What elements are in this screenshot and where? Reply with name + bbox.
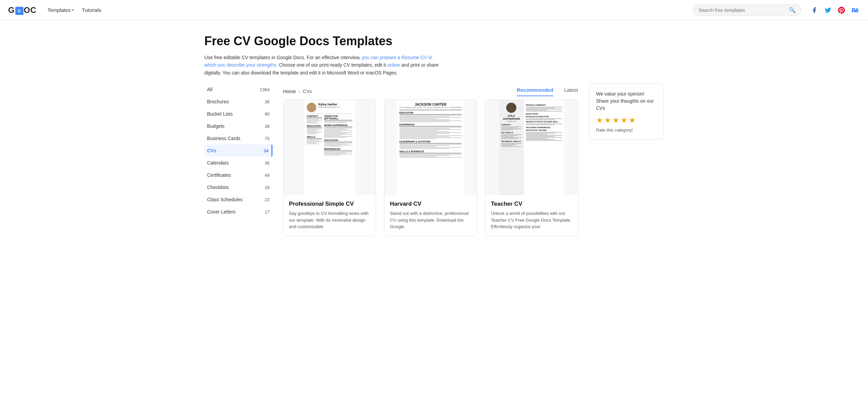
breadcrumb-separator: ›: [299, 89, 300, 94]
sidebar-item-certificates-count: 49: [265, 173, 269, 178]
social-icons: [810, 5, 860, 15]
sidebar-item-business-cards-label: Business Cards: [207, 136, 241, 141]
template-desc-3: Unlock a world of possibilities with our…: [491, 210, 572, 230]
sidebar-item-bucket-lists[interactable]: Bucket Lists 90: [205, 108, 272, 120]
cv1-photo: [307, 103, 316, 112]
sidebar-item-business-cards[interactable]: Business Cards 75: [205, 132, 272, 144]
sidebar-list: All 1364 Brochures 36 Bucket Lists 90 Bu…: [205, 83, 272, 218]
sidebar-item-cover-letters-label: Cover Letters: [207, 209, 236, 215]
behance-icon[interactable]: [850, 5, 860, 15]
facebook-icon[interactable]: [810, 5, 819, 15]
sidebar-item-calendars-count: 36: [265, 160, 269, 166]
nav-tutorials-label: Tutorials: [82, 7, 101, 13]
pinterest-icon[interactable]: [837, 5, 846, 15]
breadcrumb: Home › CVs: [283, 83, 312, 100]
template-grid: Ryley Harber Professional Simple CV CONT…: [283, 100, 578, 236]
sidebar-item-cover-letters-count: 17: [265, 209, 269, 215]
sidebar-item-cvs-label: CVs: [207, 148, 216, 153]
site-logo[interactable]: G≡OC: [8, 5, 37, 15]
sidebar-item-cvs[interactable]: CVs 34: [205, 144, 272, 157]
sidebar: All 1364 Brochures 36 Bucket Lists 90 Bu…: [205, 83, 272, 236]
template-thumbnail-2: JACKSON CARTER 123 Cambridge Street, Lon…: [385, 100, 477, 195]
hero-section: Free CV Google Docs Templates Use free e…: [196, 20, 672, 83]
template-thumbnail-1: Ryley Harber Professional Simple CV CONT…: [284, 100, 376, 195]
template-info-3: Teacher CV Unlock a world of possibiliti…: [485, 195, 578, 236]
hero-description: Use free editable CV templates in Google…: [205, 54, 442, 76]
rating-label: Rate this category!: [596, 127, 657, 133]
breadcrumb-home[interactable]: Home: [283, 89, 296, 94]
main-content: All 1364 Brochures 36 Bucket Lists 90 Bu…: [196, 83, 672, 250]
template-name-2: Harvard CV: [390, 201, 471, 207]
template-card-2[interactable]: JACKSON CARTER 123 Cambridge Street, Lon…: [384, 100, 477, 236]
sidebar-item-calendars-label: Calendars: [207, 160, 229, 166]
sidebar-item-brochures-label: Brochures: [207, 99, 229, 104]
sidebar-item-all-label: All: [207, 87, 213, 92]
sort-tab-recommended[interactable]: Recommended: [517, 87, 553, 96]
sort-tab-latest[interactable]: Latest: [564, 87, 578, 96]
template-card-3[interactable]: ZOLA AUFDERHAR Teacher CV CONTACT KEY SK…: [485, 100, 578, 236]
sidebar-item-certificates-label: Certificates: [207, 172, 231, 178]
cv1-role: Professional Simple CV: [318, 106, 340, 108]
cv1-name: Ryley Harber: [318, 103, 340, 106]
nav-templates-label: Templates: [48, 7, 71, 13]
cv3-preview: ZOLA AUFDERHAR Teacher CV CONTACT KEY SK…: [499, 100, 564, 195]
template-info-1: Professional Simple CV Say goodbye to CV…: [284, 195, 376, 236]
star-4[interactable]: ★: [621, 116, 627, 125]
sidebar-item-certificates[interactable]: Certificates 49: [205, 169, 272, 181]
sort-tabs: Recommended Latest: [517, 87, 578, 96]
sidebar-item-checklists-count: 28: [265, 185, 269, 190]
sidebar-item-bucket-lists-label: Bucket Lists: [207, 111, 233, 117]
sidebar-item-budgets-count: 39: [265, 124, 269, 129]
chevron-down-icon: ▾: [72, 8, 74, 12]
sidebar-item-checklists-label: Checklists: [207, 185, 229, 190]
content-area: Home › CVs Recommended Latest Ryley H: [283, 83, 578, 236]
cv3-photo: [506, 103, 516, 113]
hero-link-2[interactable]: online: [387, 62, 400, 68]
sidebar-item-all[interactable]: All 1364: [205, 83, 272, 96]
cv1-preview: Ryley Harber Professional Simple CV CONT…: [304, 100, 355, 195]
sidebar-item-brochures[interactable]: Brochures 36: [205, 96, 272, 108]
sidebar-item-cvs-count: 34: [264, 148, 268, 153]
template-name-3: Teacher CV: [491, 201, 572, 207]
rating-box: We value your opinion! Share your though…: [589, 83, 664, 140]
template-desc-1: Say goodbye to CV formatting woes with o…: [289, 210, 370, 230]
sidebar-item-calendars[interactable]: Calendars 36: [205, 157, 272, 169]
sidebar-item-bucket-lists-count: 90: [265, 112, 269, 117]
logo-box: ≡: [15, 7, 23, 15]
nav-templates[interactable]: Templates ▾: [48, 7, 74, 13]
nav-tutorials[interactable]: Tutorials: [82, 7, 101, 13]
template-card-1[interactable]: Ryley Harber Professional Simple CV CONT…: [283, 100, 376, 236]
sidebar-item-budgets[interactable]: Budgets 39: [205, 120, 272, 132]
page-title: Free CV Google Docs Templates: [205, 34, 664, 48]
main-nav: Templates ▾ Tutorials: [48, 7, 101, 13]
search-input[interactable]: [698, 7, 789, 13]
twitter-icon[interactable]: [823, 5, 833, 15]
sidebar-item-cover-letters[interactable]: Cover Letters 17: [205, 206, 272, 218]
sidebar-item-class-schedules[interactable]: Class Schedules 22: [205, 193, 272, 206]
rating-text: We value your opinion! Share your though…: [596, 90, 657, 112]
sidebar-right: We value your opinion! Share your though…: [589, 83, 664, 236]
star-3[interactable]: ★: [613, 116, 619, 125]
sidebar-item-class-schedules-label: Class Schedules: [207, 197, 243, 202]
search-container: 🔍: [693, 4, 801, 16]
search-icon[interactable]: 🔍: [789, 7, 796, 13]
template-name-1: Professional Simple CV: [289, 201, 370, 207]
stars: ★ ★ ★ ★ ★: [596, 116, 657, 125]
sidebar-item-budgets-label: Budgets: [207, 123, 225, 129]
template-thumbnail-3: ZOLA AUFDERHAR Teacher CV CONTACT KEY SK…: [485, 100, 578, 195]
star-2[interactable]: ★: [604, 116, 611, 125]
template-desc-2: Stand out with a distinctive, profession…: [390, 210, 471, 230]
logo-text: G≡OC: [8, 5, 37, 15]
star-5[interactable]: ★: [629, 116, 636, 125]
sidebar-item-business-cards-count: 75: [265, 136, 269, 141]
sidebar-item-class-schedules-count: 22: [265, 197, 269, 202]
star-1[interactable]: ★: [596, 116, 603, 125]
breadcrumb-current: CVs: [303, 89, 312, 94]
cv2-preview: JACKSON CARTER 123 Cambridge Street, Lon…: [397, 100, 465, 195]
sidebar-item-all-count: 1364: [260, 87, 270, 92]
sidebar-item-checklists[interactable]: Checklists 28: [205, 181, 272, 193]
sidebar-item-brochures-count: 36: [265, 99, 269, 104]
template-info-2: Harvard CV Stand out with a distinctive,…: [385, 195, 477, 236]
breadcrumb-row: Home › CVs Recommended Latest: [283, 83, 578, 100]
